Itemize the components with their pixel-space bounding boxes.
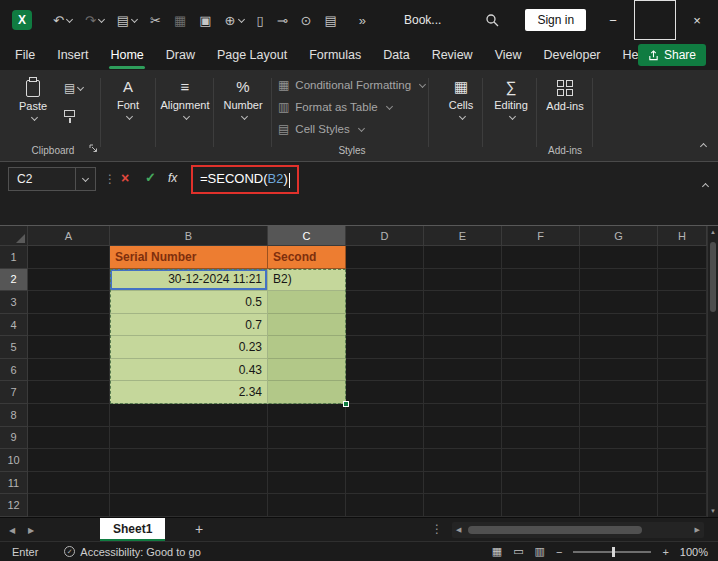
name-box-dropdown-icon[interactable] xyxy=(82,174,89,181)
cell-E6[interactable] xyxy=(424,359,502,382)
vertical-scrollbar[interactable]: ▲ ▼ xyxy=(707,226,718,517)
cell-H9[interactable] xyxy=(658,427,707,450)
cell-G12[interactable] xyxy=(580,494,658,517)
zoom-slider-thumb[interactable] xyxy=(612,547,615,557)
cell-F7[interactable] xyxy=(502,381,580,404)
zoom-in-button[interactable]: + xyxy=(662,546,668,558)
cell-G5[interactable] xyxy=(580,336,658,359)
ribbon-collapse-icon[interactable] xyxy=(701,135,706,153)
copy-button[interactable]: ▤ xyxy=(64,82,83,94)
column-header-A[interactable]: A xyxy=(28,226,110,246)
zoom-out-button[interactable]: − xyxy=(556,546,562,558)
cell-F11[interactable] xyxy=(502,472,580,495)
zoom-level[interactable]: 100% xyxy=(680,546,708,558)
sign-in-button[interactable]: Sign in xyxy=(525,9,586,31)
cell-B8[interactable] xyxy=(110,404,268,427)
accessibility-status[interactable]: ✓ Accessibility: Good to go xyxy=(64,546,200,558)
cell-H4[interactable] xyxy=(658,314,707,337)
scroll-down-icon[interactable]: ▼ xyxy=(708,508,718,514)
cell-A1[interactable] xyxy=(28,246,110,269)
cell-C4[interactable] xyxy=(268,314,346,337)
touch-mode-icon-dropdown[interactable] xyxy=(131,15,138,22)
cell-D11[interactable] xyxy=(346,472,424,495)
select-all-button[interactable] xyxy=(0,226,28,246)
add-ins-button[interactable]: Add-ins xyxy=(542,78,588,112)
tab-home[interactable]: Home xyxy=(99,40,154,70)
share-button[interactable]: Share xyxy=(638,44,706,66)
cell-B11[interactable] xyxy=(110,472,268,495)
cell-B2[interactable]: 30-12-2024 11:21 xyxy=(110,269,268,292)
cell-H8[interactable] xyxy=(658,404,707,427)
cell-H7[interactable] xyxy=(658,381,707,404)
cut-icon[interactable]: ✂ xyxy=(150,14,161,27)
cell-H11[interactable] xyxy=(658,472,707,495)
cell-D2[interactable] xyxy=(346,269,424,292)
new-document-icon[interactable]: ▯ xyxy=(257,14,264,27)
row-header-5[interactable]: 5 xyxy=(0,336,28,359)
cell-D7[interactable] xyxy=(346,381,424,404)
row-header-8[interactable]: 8 xyxy=(0,404,28,427)
cell-E7[interactable] xyxy=(424,381,502,404)
search-icon[interactable] xyxy=(485,13,499,27)
format-painter-button[interactable] xyxy=(64,110,83,117)
maximize-button[interactable] xyxy=(634,0,676,40)
cell-D9[interactable] xyxy=(346,427,424,450)
cell-G11[interactable] xyxy=(580,472,658,495)
new-sheet-button[interactable]: + xyxy=(195,521,203,537)
tab-page-layout[interactable]: Page Layout xyxy=(206,40,298,70)
cell-C1[interactable]: Second xyxy=(268,246,346,269)
cell-C7[interactable] xyxy=(268,381,346,404)
cell-H12[interactable] xyxy=(658,494,707,517)
row-header-1[interactable]: 1 xyxy=(0,246,28,269)
cell-C10[interactable] xyxy=(268,449,346,472)
cell-H6[interactable] xyxy=(658,359,707,382)
row-header-6[interactable]: 6 xyxy=(0,359,28,382)
cell-F1[interactable] xyxy=(502,246,580,269)
cell-C5[interactable] xyxy=(268,336,346,359)
cell-E2[interactable] xyxy=(424,269,502,292)
touch-mode-icon[interactable]: ▤ xyxy=(117,14,129,27)
enter-button[interactable]: ✓ xyxy=(145,171,156,184)
row-header-11[interactable]: 11 xyxy=(0,472,28,495)
tab-insert[interactable]: Insert xyxy=(46,40,99,70)
cell-B3[interactable]: 0.5 xyxy=(110,291,268,314)
document-title[interactable]: Book... xyxy=(404,13,441,27)
cell-H1[interactable] xyxy=(658,246,707,269)
minimize-button[interactable]: − xyxy=(592,0,634,40)
sheet-tab-sheet1[interactable]: Sheet1 xyxy=(100,518,165,542)
cell-D4[interactable] xyxy=(346,314,424,337)
formula-bar-collapse-icon[interactable] xyxy=(703,175,708,193)
number-button[interactable]: % Number xyxy=(220,78,266,121)
cell-B5[interactable]: 0.23 xyxy=(110,336,268,359)
cell-E10[interactable] xyxy=(424,449,502,472)
paste-button[interactable]: Paste xyxy=(12,78,54,122)
cell-C2[interactable]: B2) xyxy=(268,269,346,292)
cell-G10[interactable] xyxy=(580,449,658,472)
tab-formulas[interactable]: Formulas xyxy=(298,40,372,70)
cell-F12[interactable] xyxy=(502,494,580,517)
cell-F5[interactable] xyxy=(502,336,580,359)
cell-H2[interactable] xyxy=(658,269,707,292)
attach-icon[interactable]: ⊸ xyxy=(277,14,288,27)
column-header-E[interactable]: E xyxy=(424,226,502,246)
page-layout-view-icon[interactable]: ▭ xyxy=(513,545,523,558)
page-break-view-icon[interactable]: ▥ xyxy=(535,545,545,558)
cell-A8[interactable] xyxy=(28,404,110,427)
cell-F8[interactable] xyxy=(502,404,580,427)
cell-G8[interactable] xyxy=(580,404,658,427)
formula-input[interactable]: =SECOND(B2) xyxy=(200,171,290,187)
name-box[interactable]: C2 xyxy=(8,167,96,191)
column-header-G[interactable]: G xyxy=(580,226,658,246)
vertical-scroll-thumb[interactable] xyxy=(710,242,716,312)
cell-E8[interactable] xyxy=(424,404,502,427)
cell-C3[interactable] xyxy=(268,291,346,314)
cell-E12[interactable] xyxy=(424,494,502,517)
cell-G9[interactable] xyxy=(580,427,658,450)
picture-icon[interactable]: ▦ xyxy=(174,14,186,27)
row-header-9[interactable]: 9 xyxy=(0,427,28,450)
row-header-4[interactable]: 4 xyxy=(0,314,28,337)
redo-icon[interactable]: ↷ xyxy=(85,14,96,27)
cells-button[interactable]: ▦ Cells xyxy=(438,78,484,121)
tab-developer[interactable]: Developer xyxy=(533,40,612,70)
font-button[interactable]: A Font xyxy=(106,78,150,121)
